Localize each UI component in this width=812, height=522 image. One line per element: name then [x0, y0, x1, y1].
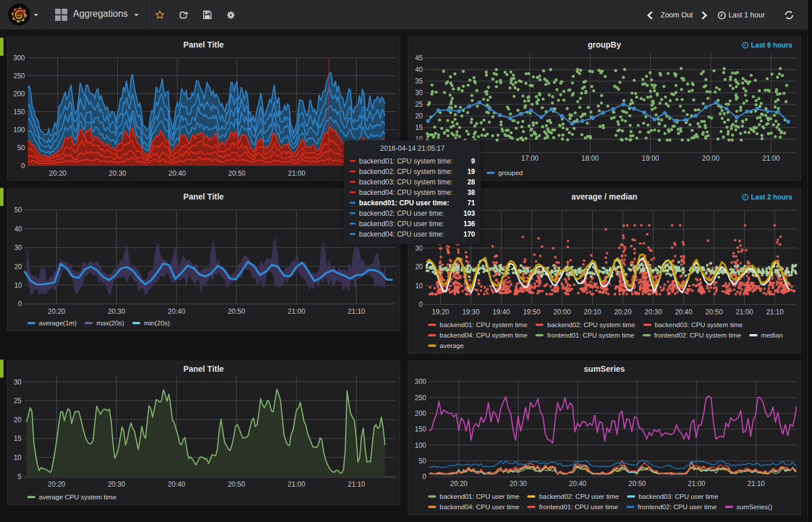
- svg-text:20:40: 20:40: [569, 480, 586, 488]
- svg-text:20:20: 20:20: [48, 307, 65, 316]
- svg-text:19:00: 19:00: [641, 154, 659, 162]
- svg-text:25: 25: [14, 397, 22, 405]
- svg-text:20:00: 20:00: [702, 154, 719, 162]
- svg-text:21:00: 21:00: [762, 154, 780, 162]
- svg-text:150: 150: [415, 425, 426, 433]
- svg-text:30: 30: [14, 378, 22, 386]
- svg-text:19:40: 19:40: [492, 308, 510, 316]
- svg-text:21:00: 21:00: [288, 169, 305, 177]
- svg-text:20: 20: [14, 263, 23, 271]
- svg-text:20:40: 20:40: [168, 169, 186, 177]
- svg-text:250: 250: [13, 72, 25, 80]
- svg-text:200: 200: [415, 409, 426, 418]
- svg-text:20:20: 20:20: [48, 480, 65, 488]
- svg-text:10: 10: [415, 282, 423, 290]
- svg-text:21:00: 21:00: [735, 308, 753, 316]
- svg-text:30: 30: [415, 244, 423, 252]
- svg-text:0: 0: [21, 162, 25, 170]
- svg-text:40: 40: [415, 66, 423, 74]
- svg-text:100: 100: [415, 441, 426, 449]
- svg-text:20:50: 20:50: [228, 169, 245, 177]
- svg-text:30: 30: [415, 89, 423, 97]
- svg-text:20:20: 20:20: [450, 480, 467, 488]
- svg-text:15: 15: [415, 124, 423, 132]
- svg-text:50: 50: [419, 457, 427, 465]
- svg-text:50: 50: [14, 206, 23, 214]
- svg-text:21:00: 21:00: [288, 307, 305, 316]
- svg-text:50: 50: [17, 144, 26, 152]
- svg-text:21:10: 21:10: [347, 307, 365, 316]
- svg-text:100: 100: [13, 126, 25, 134]
- svg-text:21:10: 21:10: [747, 480, 764, 488]
- svg-text:20:00: 20:00: [553, 308, 571, 316]
- svg-text:20: 20: [415, 263, 423, 271]
- svg-text:20:50: 20:50: [228, 307, 245, 316]
- svg-text:15: 15: [14, 434, 22, 443]
- svg-text:45: 45: [415, 54, 423, 62]
- svg-text:250: 250: [415, 394, 426, 402]
- svg-text:5: 5: [17, 473, 21, 481]
- svg-text:10: 10: [14, 281, 23, 289]
- svg-text:0: 0: [419, 300, 423, 309]
- svg-text:300: 300: [13, 54, 25, 62]
- svg-text:20:40: 20:40: [168, 480, 185, 488]
- svg-text:19:50: 19:50: [523, 308, 541, 316]
- svg-text:20:30: 20:30: [644, 308, 662, 316]
- svg-text:20:20: 20:20: [49, 169, 66, 177]
- svg-text:40: 40: [14, 225, 23, 233]
- svg-text:20:10: 20:10: [583, 308, 601, 316]
- svg-text:20:40: 20:40: [168, 307, 185, 316]
- svg-text:21:00: 21:00: [688, 480, 705, 488]
- svg-text:21:00: 21:00: [288, 480, 305, 488]
- svg-text:20:30: 20:30: [108, 307, 125, 316]
- svg-text:10: 10: [14, 454, 22, 462]
- svg-text:0: 0: [18, 300, 22, 308]
- svg-text:21:10: 21:10: [347, 480, 365, 488]
- svg-text:18:00: 18:00: [581, 154, 599, 162]
- svg-text:20:50: 20:50: [705, 308, 723, 316]
- svg-text:20: 20: [14, 416, 22, 424]
- svg-text:300: 300: [415, 378, 426, 386]
- svg-text:150: 150: [13, 108, 25, 116]
- svg-text:21:10: 21:10: [766, 308, 784, 316]
- svg-text:20:50: 20:50: [628, 480, 646, 488]
- svg-text:20: 20: [415, 112, 423, 120]
- svg-text:17:00: 17:00: [521, 154, 538, 162]
- svg-text:20:30: 20:30: [108, 169, 126, 177]
- svg-text:20:20: 20:20: [614, 308, 632, 316]
- svg-text:20:50: 20:50: [228, 480, 245, 488]
- svg-text:19:20: 19:20: [432, 308, 449, 316]
- svg-text:0: 0: [422, 473, 426, 481]
- svg-text:19:30: 19:30: [462, 308, 480, 316]
- svg-text:30: 30: [14, 244, 23, 252]
- svg-text:35: 35: [415, 77, 423, 85]
- svg-text:20:30: 20:30: [509, 480, 527, 488]
- svg-text:20:40: 20:40: [675, 308, 693, 316]
- svg-text:25: 25: [415, 100, 423, 108]
- svg-text:200: 200: [13, 90, 25, 98]
- svg-text:20:30: 20:30: [108, 480, 125, 488]
